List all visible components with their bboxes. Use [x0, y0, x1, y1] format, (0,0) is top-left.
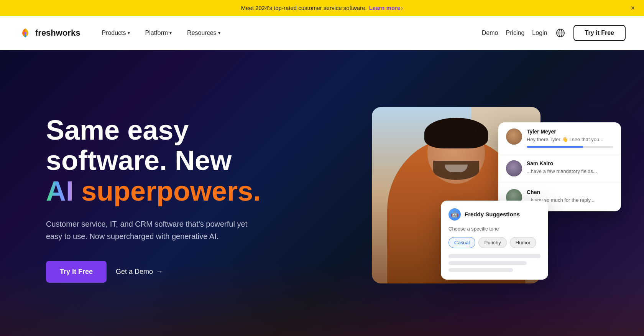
- robot-icon: 🤖: [451, 211, 458, 218]
- chat-name-sam: Sam Kairo: [527, 160, 613, 166]
- freddy-line-1: [449, 254, 540, 258]
- banner-close-button[interactable]: ×: [631, 4, 635, 12]
- freddy-tag-punchy[interactable]: Punchy: [478, 237, 506, 248]
- hero-subtitle: Customer service, IT, and CRM software t…: [46, 218, 261, 242]
- freddy-suggestions-card: 🤖 Freddy Suggestions Choose a specific t…: [441, 201, 548, 280]
- hero-title-line1: Same easy software. New: [46, 115, 232, 176]
- hero-content: Same easy software. New AI superpowers. …: [46, 107, 314, 283]
- arrow-right-icon: →: [156, 268, 163, 276]
- globe-icon: [556, 28, 565, 38]
- hero-illustration: Tyler Meyer Hey there Tyler 👋 I see that…: [314, 99, 598, 291]
- chat-progress-bar-container: [527, 146, 613, 148]
- nav-links: Products ▾ Platform ▾ Resources ▾: [95, 26, 481, 40]
- chevron-down-icon: ▾: [128, 30, 130, 36]
- chevron-down-icon: ▾: [169, 30, 172, 36]
- nav-try-free-button[interactable]: Try it Free: [573, 25, 626, 41]
- freshworks-logo-icon: [18, 26, 32, 40]
- freddy-tag-casual[interactable]: Casual: [449, 237, 475, 248]
- freddy-tag-humor[interactable]: Humor: [510, 237, 536, 248]
- freddy-title: Freddy Suggestions: [465, 211, 520, 217]
- avatar-tyler: [506, 128, 522, 145]
- nav-right: Demo Pricing Login Try it Free: [482, 25, 626, 41]
- nav-pricing-link[interactable]: Pricing: [506, 30, 524, 36]
- chat-card: Tyler Meyer Hey there Tyler 👋 I see that…: [498, 122, 621, 211]
- freddy-icon: 🤖: [449, 208, 461, 221]
- chat-item-tyler[interactable]: Tyler Meyer Hey there Tyler 👋 I see that…: [498, 122, 621, 154]
- chat-message-sam: ...have a few mandatory fields...: [527, 168, 613, 175]
- freddy-header: 🤖 Freddy Suggestions: [449, 208, 540, 221]
- hero-try-free-button[interactable]: Try it Free: [46, 261, 107, 283]
- hero-title-ai: AI: [46, 176, 81, 206]
- person-head: [427, 122, 485, 184]
- chat-info-tyler: Tyler Meyer Hey there Tyler 👋 I see that…: [527, 128, 613, 148]
- globe-language-button[interactable]: [555, 28, 566, 38]
- freddy-tone-tags: Casual Punchy Humor: [449, 237, 540, 248]
- banner-learn-more-link[interactable]: Learn more: [369, 5, 401, 11]
- logo-link[interactable]: freshworks: [18, 26, 80, 40]
- chat-item-sam[interactable]: Sam Kairo ...have a few mandatory fields…: [498, 154, 621, 183]
- svg-point-0: [24, 32, 26, 34]
- top-banner: Meet 2024's top-rated customer service s…: [0, 0, 644, 16]
- freddy-suggestion-lines: [449, 254, 540, 272]
- freddy-line-2: [449, 261, 527, 265]
- person-hair: [424, 118, 488, 148]
- hero-section: Same easy software. New AI superpowers. …: [0, 50, 644, 336]
- chevron-down-icon: ▾: [218, 30, 220, 36]
- hero-title: Same easy software. New AI superpowers.: [46, 115, 314, 206]
- banner-arrow-icon: ›: [401, 5, 403, 11]
- chat-message-tyler: Hey there Tyler 👋 I see that you...: [527, 136, 613, 143]
- navbar: freshworks Products ▾ Platform ▾ Resourc…: [0, 16, 644, 50]
- banner-text: Meet 2024's top-rated customer service s…: [241, 5, 367, 11]
- nav-platform[interactable]: Platform ▾: [139, 26, 178, 40]
- freddy-line-3: [449, 268, 513, 272]
- chat-progress-bar-fill: [527, 146, 583, 148]
- nav-demo-link[interactable]: Demo: [482, 30, 498, 36]
- hero-title-superpowers: superpowers.: [81, 176, 261, 206]
- logo-text: freshworks: [35, 28, 80, 38]
- hero-get-demo-button[interactable]: Get a Demo →: [116, 268, 163, 276]
- chat-name-chen: Chen: [527, 189, 613, 195]
- chat-info-sam: Sam Kairo ...have a few mandatory fields…: [527, 160, 613, 175]
- freddy-subtitle: Choose a specific tone: [449, 226, 540, 232]
- hero-buttons: Try it Free Get a Demo →: [46, 261, 314, 283]
- chat-name-tyler: Tyler Meyer: [527, 128, 613, 135]
- nav-products[interactable]: Products ▾: [95, 26, 136, 40]
- hero-demo-label: Get a Demo: [116, 268, 153, 276]
- nav-resources[interactable]: Resources ▾: [181, 26, 226, 40]
- nav-login-link[interactable]: Login: [532, 30, 547, 36]
- avatar-sam: [506, 160, 522, 176]
